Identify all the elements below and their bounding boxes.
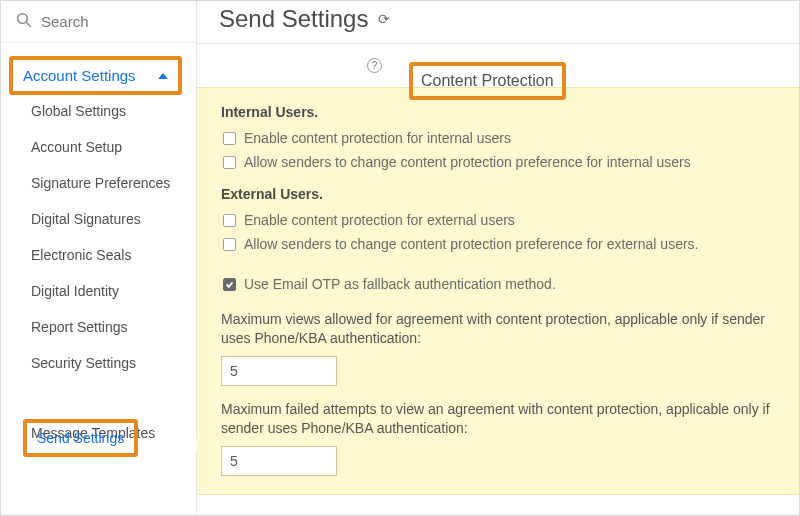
- checkbox-internal-allow[interactable]: Allow senders to change content protecti…: [221, 150, 783, 174]
- sidebar-item-global-settings[interactable]: Global Settings: [1, 93, 196, 129]
- highlight-content-protection: Content Protection: [409, 62, 566, 100]
- checkbox-icon: [223, 132, 236, 145]
- external-users-heading: External Users.: [221, 186, 783, 202]
- help-icon[interactable]: ?: [367, 58, 382, 73]
- checkbox-label: Allow senders to change content protecti…: [244, 154, 691, 170]
- search-icon: [15, 11, 33, 32]
- sidebar-item-electronic-seals[interactable]: Electronic Seals: [1, 237, 196, 273]
- main-pane: Send Settings ⟳ ? Content Protection Int…: [197, 1, 799, 515]
- sidebar-nav: Global Settings Account Setup Signature …: [1, 93, 196, 451]
- sidebar: Global Settings Account Setup Signature …: [1, 1, 197, 515]
- page-title: Send Settings: [219, 5, 368, 33]
- checkbox-external-enable[interactable]: Enable content protection for external u…: [221, 208, 783, 232]
- max-failed-label: Maximum failed attempts to view an agree…: [221, 400, 781, 438]
- refresh-icon[interactable]: ⟳: [378, 11, 390, 27]
- checkbox-icon: [223, 238, 236, 251]
- sidebar-header-account-settings[interactable]: Account Settings: [23, 67, 168, 84]
- sidebar-item-send-settings[interactable]: Send Settings: [37, 430, 124, 446]
- sidebar-header-label: Account Settings: [23, 67, 136, 84]
- checkbox-label: Enable content protection for internal u…: [244, 130, 511, 146]
- svg-point-0: [18, 14, 28, 24]
- max-failed-input[interactable]: [221, 446, 337, 476]
- sidebar-item-digital-identity[interactable]: Digital Identity: [1, 273, 196, 309]
- checkbox-label: Enable content protection for external u…: [244, 212, 515, 228]
- checkbox-icon: [223, 278, 236, 291]
- highlight-account-settings: Account Settings: [9, 56, 182, 95]
- highlight-send-settings: Send Settings: [23, 419, 138, 457]
- checkbox-label: Use Email OTP as fallback authentication…: [244, 276, 556, 292]
- max-views-input[interactable]: [221, 356, 337, 386]
- sidebar-item-account-setup[interactable]: Account Setup: [1, 129, 196, 165]
- sidebar-item-report-settings[interactable]: Report Settings: [1, 309, 196, 345]
- checkbox-label: Allow senders to change content protecti…: [244, 236, 698, 252]
- sidebar-item-signature-preferences[interactable]: Signature Preferences: [1, 165, 196, 201]
- search-input[interactable]: [41, 13, 182, 30]
- sidebar-item-send-settings-placeholder: [1, 381, 196, 415]
- checkbox-external-allow[interactable]: Allow senders to change content protecti…: [221, 232, 783, 256]
- max-views-label: Maximum views allowed for agreement with…: [221, 310, 781, 348]
- svg-line-1: [26, 22, 31, 27]
- chevron-up-icon: [158, 73, 168, 79]
- internal-users-heading: Internal Users.: [221, 104, 783, 120]
- checkbox-icon: [223, 156, 236, 169]
- search-field[interactable]: [1, 1, 196, 43]
- checkbox-email-otp[interactable]: Use Email OTP as fallback authentication…: [221, 272, 783, 296]
- checkbox-internal-enable[interactable]: Enable content protection for internal u…: [221, 126, 783, 150]
- sidebar-item-security-settings[interactable]: Security Settings: [1, 345, 196, 381]
- content-protection-panel: Internal Users. Enable content protectio…: [197, 87, 799, 495]
- section-title: Content Protection: [421, 72, 554, 89]
- checkbox-icon: [223, 214, 236, 227]
- sidebar-item-digital-signatures[interactable]: Digital Signatures: [1, 201, 196, 237]
